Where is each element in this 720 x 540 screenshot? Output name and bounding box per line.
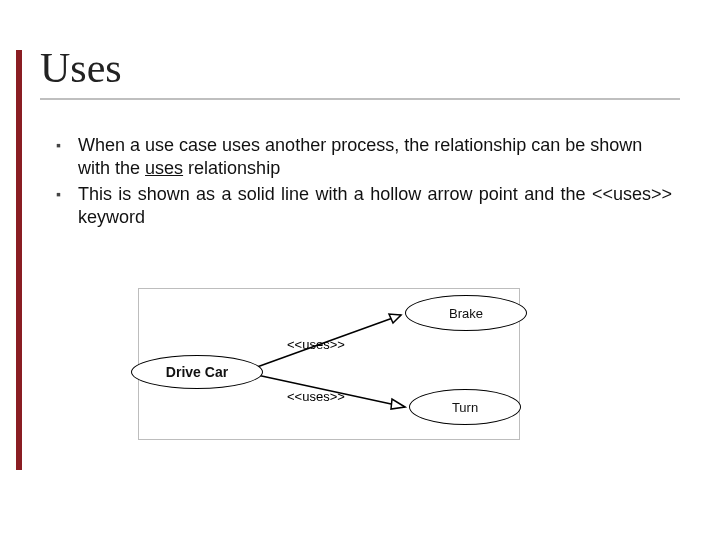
stereotype-uses-2: <<uses>> — [287, 389, 345, 404]
accent-bar — [16, 50, 22, 470]
usecase-drive-car-label: Drive Car — [166, 364, 228, 380]
bullet-2-text: This is shown as a solid line with a hol… — [78, 184, 672, 227]
body-text: When a use case uses another process, th… — [56, 134, 672, 232]
usecase-turn-label: Turn — [452, 400, 478, 415]
arrowhead-brake — [389, 314, 401, 323]
slide: Uses When a use case uses another proces… — [0, 0, 720, 540]
stereotype-uses-1: <<uses>> — [287, 337, 345, 352]
usecase-brake-label: Brake — [449, 306, 483, 321]
usecase-drive-car: Drive Car — [131, 355, 263, 389]
title-rule — [40, 98, 680, 100]
bullet-1-suffix: relationship — [183, 158, 280, 178]
bullet-1: When a use case uses another process, th… — [56, 134, 672, 179]
uml-diagram: Brake Turn Drive Car <<uses>> <<uses>> — [138, 288, 520, 440]
page-title: Uses — [40, 44, 122, 92]
usecase-turn: Turn — [409, 389, 521, 425]
arrowhead-turn — [391, 399, 405, 409]
bullet-1-underlined: uses — [145, 158, 183, 178]
usecase-brake: Brake — [405, 295, 527, 331]
bullet-2: This is shown as a solid line with a hol… — [56, 183, 672, 228]
